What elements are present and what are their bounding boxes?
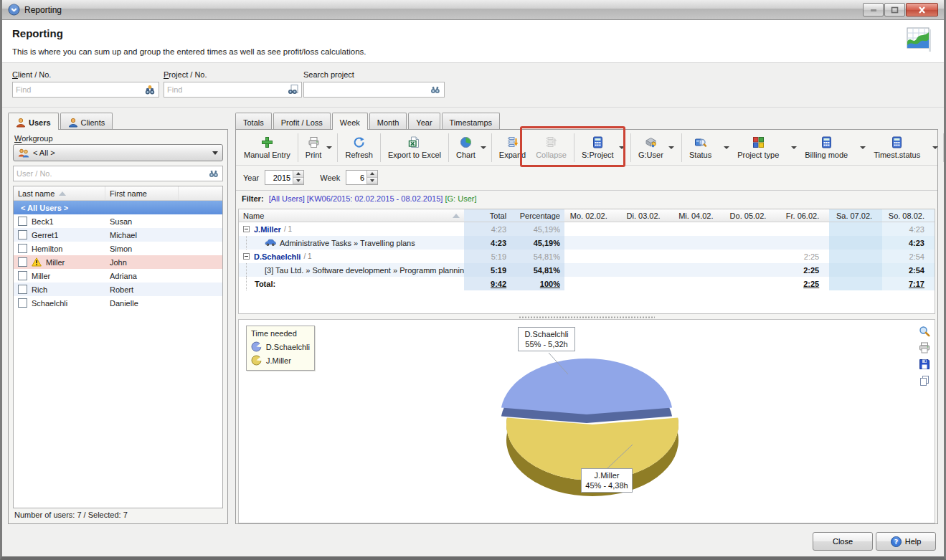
toolbar-separator [574, 133, 574, 162]
column-di[interactable]: Di. 03.02. [618, 209, 671, 222]
close-window-button[interactable] [906, 3, 938, 16]
list-item[interactable]: Rich Robert [14, 283, 222, 296]
print-button[interactable]: Print [301, 134, 336, 161]
checkbox[interactable] [18, 271, 27, 280]
export-to-excel-button[interactable]: Export to Excel [383, 134, 446, 161]
grid-child-row[interactable]: [3] Tau Ltd. » Software development » Pr… [239, 263, 935, 277]
chevron-down-icon[interactable] [619, 146, 625, 149]
pie-slice-schaelchli[interactable] [501, 359, 672, 414]
user-search-input[interactable] [14, 167, 208, 180]
collapse-button[interactable]: Collapse [531, 134, 572, 161]
chevron-down-icon[interactable] [791, 146, 797, 149]
grid-group-row[interactable]: D.Schaelchli/ 1 5:19 54,81% 2:25 2:54 [239, 250, 935, 263]
zoom-icon[interactable] [919, 326, 930, 337]
list-item[interactable]: Hemilton Simon [14, 242, 222, 255]
checkbox[interactable] [18, 244, 27, 253]
chevron-down-icon[interactable] [724, 146, 729, 149]
billing-mode-button[interactable]: Billing mode [800, 134, 869, 161]
save-icon[interactable] [919, 359, 930, 370]
week-input[interactable] [346, 171, 366, 184]
checkbox[interactable] [18, 230, 27, 239]
year-input[interactable] [265, 171, 293, 184]
manual-entry-button[interactable]: Manual Entry [239, 134, 295, 161]
column-first-name[interactable]: First name [105, 186, 179, 200]
minimize-button[interactable] [863, 3, 884, 16]
column-sa[interactable]: Sa. 07.02. [829, 209, 882, 222]
tab-year[interactable]: Year [408, 113, 440, 129]
week-down-button[interactable] [367, 178, 377, 185]
tab-totals[interactable]: Totals [235, 113, 272, 129]
chevron-down-icon[interactable] [481, 146, 486, 149]
cell-day [671, 222, 724, 236]
title-bar[interactable]: Reporting [2, 0, 944, 20]
grid-group-row[interactable]: J.Miller/ 1 4:23 45,19% 4:23 [239, 222, 935, 236]
users-panel: Workgroup < All > Last name First name <… [8, 129, 228, 524]
year-up-button[interactable] [293, 171, 303, 178]
cell-day [618, 263, 671, 277]
list-item[interactable]: Gerret1 Michael [14, 228, 222, 242]
tab-month[interactable]: Month [369, 113, 407, 129]
status-filter-button[interactable]: Status [684, 134, 732, 161]
list-item[interactable]: Schaelchli Danielle [14, 296, 222, 310]
column-name[interactable]: Name [239, 209, 464, 222]
column-fr[interactable]: Fr. 06.02. [776, 209, 829, 222]
maximize-button[interactable] [884, 3, 905, 16]
project-search-input[interactable] [164, 83, 287, 96]
users-list: Last name First name < All Users > Beck1… [13, 186, 223, 508]
column-total[interactable]: Total [464, 209, 511, 222]
list-item[interactable]: Beck1 Susan [14, 214, 222, 228]
workgroup-select[interactable]: < All > [13, 144, 223, 161]
timestamp-status-button[interactable]: Timest.status [869, 134, 941, 161]
checkbox[interactable] [18, 217, 27, 226]
collapse-row-icon[interactable] [243, 253, 250, 260]
expand-button[interactable]: Expand [494, 134, 531, 161]
print-chart-icon[interactable] [919, 342, 930, 353]
tab-week[interactable]: Week [332, 113, 368, 130]
close-button[interactable]: Close [813, 532, 873, 551]
checkbox[interactable] [18, 298, 27, 308]
chevron-down-icon[interactable] [860, 146, 866, 149]
checkbox[interactable] [18, 257, 27, 267]
page-title: Reporting [12, 27, 63, 39]
year-down-button[interactable] [293, 178, 303, 185]
toolbar-separator [491, 133, 492, 162]
column-so[interactable]: So. 08.02. [882, 209, 935, 222]
client-search-input[interactable] [13, 83, 144, 96]
column-mi[interactable]: Mi. 04.02. [671, 209, 724, 222]
help-button[interactable]: ? Help [876, 532, 936, 551]
year-stepper[interactable] [265, 170, 304, 185]
sort-project-button[interactable]: S:Project [577, 134, 628, 161]
tab-clients[interactable]: Clients [60, 113, 113, 129]
grid-child-row[interactable]: Administrative Tasks » Travelling plans … [239, 236, 935, 250]
chevron-down-icon[interactable] [668, 146, 674, 149]
list-item-warning[interactable]: Miller John [14, 255, 222, 269]
group-user-button[interactable]: G:User [633, 134, 679, 161]
group-name: J.Miller [254, 225, 281, 234]
tab-profit-loss[interactable]: Profit / Loss [273, 113, 331, 129]
collapse-row-icon[interactable] [243, 226, 250, 232]
workgroup-label-rest: orkgroup [22, 134, 52, 143]
checkbox[interactable] [18, 285, 27, 294]
cell-percentage: 100% [511, 277, 564, 290]
copy-icon[interactable] [919, 375, 930, 386]
list-item-all-users[interactable]: < All Users > [14, 201, 222, 214]
chevron-down-icon[interactable] [326, 146, 332, 149]
grid-total-row[interactable]: Total: 9:42 100% 2:25 7:17 [239, 277, 935, 290]
tab-users[interactable]: Users [8, 113, 59, 130]
window-title: Reporting [24, 5, 62, 15]
search-project-input[interactable] [304, 83, 430, 96]
tab-timestamps[interactable]: Timestamps [442, 113, 501, 129]
column-do[interactable]: Do. 05.02. [724, 209, 777, 222]
chevron-down-icon[interactable] [932, 146, 938, 149]
week-stepper[interactable] [346, 170, 378, 185]
app-icon [8, 4, 20, 16]
last-name: Beck1 [32, 217, 54, 226]
week-up-button[interactable] [367, 171, 377, 178]
project-type-button[interactable]: Project type [732, 134, 800, 161]
column-percentage[interactable]: Percentage [511, 209, 564, 222]
column-mo[interactable]: Mo. 02.02. [564, 209, 618, 222]
list-item[interactable]: Miller Adriana [14, 269, 222, 283]
column-last-name[interactable]: Last name [14, 186, 105, 200]
refresh-button[interactable]: Refresh [340, 134, 378, 161]
chart-button[interactable]: Chart [451, 134, 489, 161]
